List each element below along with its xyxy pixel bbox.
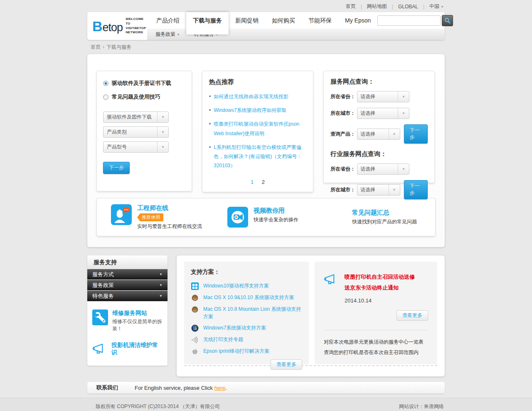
feature-video-tutorials[interactable]: 视频教你用 快速学会复杂的操作	[227, 207, 352, 228]
tab-news-promotions[interactable]: 新闻促销	[229, 12, 265, 29]
chevron-down-icon: ▼	[159, 283, 163, 287]
service-query-card: 服务网点查询： 所在省份： 请选择 ▼ 所在城市： 请选择 ▼ 查	[323, 71, 435, 183]
sidebar-item-service-policy[interactable]: 服务政策▼	[87, 280, 167, 291]
support-plan-link[interactable]: Epson iprint移动打印解决方案	[203, 347, 269, 355]
main-panel: 驱动软件及手册证书下载 常见问题及使用技巧 驱动软件及固件下载 ▼ 产品类别 ▼	[87, 54, 445, 247]
breadcrumb-current: 下载与服务	[106, 44, 131, 50]
product-label: 查询产品：	[330, 131, 357, 138]
hot-topic-link[interactable]: 如何通过无线路由器实现无线投影	[214, 92, 288, 101]
city-select[interactable]: 请选择 ▼	[357, 108, 409, 119]
feature-faq-summary[interactable]: 常见问题汇总 快速找到对应产品的常见问题	[352, 209, 417, 225]
announcement-view-more-button[interactable]: 查看更多	[397, 310, 428, 321]
support-plans-box: 支持方案： Windows10驱动程序支持方案 Mac OS X 10.9&10…	[184, 262, 309, 364]
chevron-down-icon: ▼	[398, 92, 409, 102]
feature-engineer-online[interactable]: 工程师在线 推荐使用 实时与爱普生工程师在线交流	[111, 204, 227, 230]
search-input[interactable]	[377, 15, 441, 26]
sidebar-item-special-service[interactable]: 特色服务▼	[87, 291, 167, 302]
divider: |	[392, 4, 393, 10]
english-here-link[interactable]: here	[214, 385, 225, 391]
chevron-down-icon: ▼	[389, 185, 400, 195]
hot-topic-link[interactable]: L系列机型打印输出有空白横纹或严重偏色，如何解决？(有运输锁)（文档编号：320…	[214, 143, 306, 171]
service-support-sidebar: 服务支持 服务方式▼ 服务政策▼ 特色服务▼ 维修服务网站 维	[87, 255, 167, 366]
radio-driver-download[interactable]: 驱动软件及手册证书下载	[103, 79, 185, 87]
industry-query-next-button[interactable]: 下一步	[404, 180, 428, 199]
support-plan-link[interactable]: 无线打印支持专题	[203, 336, 243, 343]
industry-province-select[interactable]: 请选择 ▼	[357, 163, 409, 175]
projector-maintenance-link[interactable]: 投影机清洁维护常识	[92, 342, 163, 357]
breadcrumb: 首页›下载与服务	[91, 44, 445, 51]
tab-downloads-services[interactable]: 下载与服务	[186, 12, 229, 35]
search-button[interactable]	[442, 15, 453, 26]
support-plan-link[interactable]: Windows10驱动程序支持方案	[203, 282, 269, 290]
apple-icon	[191, 348, 199, 355]
driver-firmware-select[interactable]: 驱动软件及固件下载 ▼	[103, 111, 169, 123]
province-label: 所在省份：	[330, 93, 357, 100]
product-category-select[interactable]: 产品类别 ▼	[103, 126, 169, 138]
chevron-down-icon: ▼	[177, 33, 180, 37]
list-item: Windows7系统驱动支持方案	[191, 324, 302, 332]
divider	[324, 330, 428, 330]
divider: |	[361, 4, 362, 10]
list-item: Epson iprint移动打印解决方案	[191, 347, 302, 355]
plans-view-more-button[interactable]: 查看更多	[271, 359, 302, 370]
util-home-link[interactable]: 首页	[346, 3, 356, 10]
brand-text: Betop	[92, 19, 123, 33]
service-query-title: 服务网点查询：	[330, 78, 428, 86]
hot-topic-link[interactable]: Windows7系统驱动程序如何获取	[214, 106, 286, 115]
pagination: 1 2	[202, 179, 313, 185]
support-plan-link[interactable]: Mac OS X 10.8 Mountain Lion 系统驱动支持方案	[203, 305, 302, 320]
city-label: 所在城市：	[330, 110, 357, 117]
chevron-down-icon: ▼	[389, 129, 400, 139]
page-2-button[interactable]: 2	[262, 179, 265, 185]
chevron-down-icon: ▼	[398, 108, 409, 119]
main-nav: 产品介绍 下载与服务 新闻促销 如何购买 节能环保 My Epson	[147, 12, 445, 29]
chevron-down-icon: ▼	[159, 272, 163, 276]
logo[interactable]: Betop WELCOME TO VISITBETOP NETWORK	[87, 12, 147, 40]
province-select[interactable]: 请选择 ▼	[357, 91, 409, 102]
windows7-icon	[191, 324, 199, 332]
sidebar-item-service-method[interactable]: 服务方式▼	[87, 269, 167, 280]
tab-my-epson[interactable]: My Epson	[338, 12, 377, 29]
subnav-service-policy[interactable]: 服务政策▼	[155, 31, 180, 38]
hot-topics-list: •如何通过无线路由器实现无线投影 •Windows7系统驱动程序如何获取 •喷墨…	[209, 92, 306, 170]
industry-city-select[interactable]: 请选择 ▼	[357, 184, 400, 196]
service-query-next-button[interactable]: 下一步	[404, 124, 428, 144]
announcement-link[interactable]: 喷墨打印机自主召回活动送修	[345, 272, 415, 282]
announcement-date: 2014.10.14	[345, 295, 415, 306]
design-credit: 网站设计：奔唐网络	[399, 403, 444, 410]
bullet-icon: •	[209, 143, 211, 171]
support-plan-link[interactable]: Mac OS X 10.9&10.10 系统驱动支持方案	[203, 294, 294, 301]
radio-faq-tips[interactable]: 常见问题及使用技巧	[103, 93, 185, 101]
contact-us-link[interactable]: 联系我们	[96, 384, 118, 391]
chevron-down-icon: ▼	[157, 112, 168, 122]
bullet-icon: •	[209, 92, 211, 101]
support-plan-link[interactable]: Windows7系统驱动支持方案	[203, 324, 266, 332]
tab-products[interactable]: 产品介绍	[150, 12, 186, 29]
tab-how-to-buy[interactable]: 如何购买	[265, 12, 302, 29]
features-strip: 工程师在线 推荐使用 实时与爱普生工程师在线交流 视频教你用 快速学会复杂的操作	[96, 198, 436, 236]
chevron-down-icon: ▼	[159, 294, 163, 298]
util-sitemap-link[interactable]: 网站地图	[367, 3, 387, 10]
wireless-icon	[191, 336, 199, 344]
query-product-select[interactable]: 请选择 ▼	[357, 129, 400, 140]
nav-column: 产品介绍 下载与服务 新闻促销 如何购买 节能环保 My Epson 服务政策▼…	[147, 12, 445, 40]
utility-nav: 首页 | 网站地图 | GLOBAL | 中国▼	[87, 0, 445, 12]
tab-energy-saving[interactable]: 节能环保	[302, 12, 338, 29]
announcement-link[interactable]: 送京东卡活动终止通知	[345, 282, 415, 293]
english-service-period: .	[225, 385, 227, 391]
page-1-button[interactable]: 1	[251, 179, 254, 185]
repair-service-link[interactable]: 维修服务网站 维修不仅仅是简单的拆装！	[92, 309, 163, 332]
product-model-select[interactable]: 产品型号 ▼	[103, 141, 169, 153]
bullet-icon: •	[209, 119, 211, 138]
hot-topic-link[interactable]: 喷墨类打印机驱动自动安装软件(Epson Web Installer)使用说明	[214, 119, 306, 138]
support-panel: 支持方案： Windows10驱动程序支持方案 Mac OS X 10.9&10…	[177, 255, 445, 376]
util-global-link[interactable]: GLOBAL	[398, 4, 418, 10]
megaphone-icon	[324, 273, 339, 286]
radio-unselected-icon[interactable]	[103, 94, 108, 100]
download-next-button[interactable]: 下一步	[103, 162, 130, 174]
english-service-note: For English service, please Click	[135, 385, 213, 391]
list-item: Mac OS X 10.9&10.10 系统驱动支持方案	[191, 294, 302, 302]
breadcrumb-home-link[interactable]: 首页	[91, 44, 101, 50]
radio-selected-icon[interactable]	[103, 81, 108, 86]
region-selector[interactable]: 中国▼	[429, 3, 444, 10]
